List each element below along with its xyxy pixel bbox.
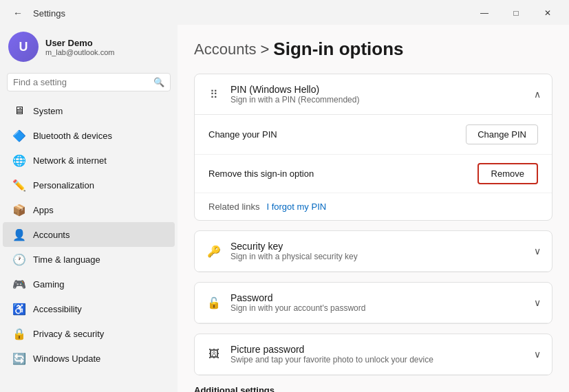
sidebar-item-label-accounts: Accounts (33, 230, 69, 240)
close-button[interactable]: ✕ (532, 3, 563, 23)
time-nav-icon: 🕐 (12, 252, 26, 266)
maximize-button[interactable]: □ (500, 3, 532, 23)
security-key-section: 🔑 Security key Sign in with a physical s… (194, 230, 552, 272)
remove-row: Remove this sign-in option Remove (195, 155, 552, 193)
sidebar-item-personalization[interactable]: ✏️ Personalization (3, 173, 175, 197)
sidebar-item-label-system: System (33, 106, 63, 116)
sidebar-item-privacy[interactable]: 🔒 Privacy & security (3, 321, 175, 346)
user-info: User Demo m_lab@outlook.com (45, 38, 114, 56)
change-pin-row: Change your PIN Change PIN (195, 115, 552, 155)
remove-button[interactable]: Remove (477, 163, 538, 184)
remove-label: Remove this sign-in option (208, 168, 314, 179)
security-key-left: 🔑 Security key Sign in with a physical s… (206, 241, 358, 261)
pin-section-subtitle: Sign in with a PIN (Recommended) (230, 95, 359, 105)
avatar: U (8, 32, 39, 62)
change-pin-button[interactable]: Change PIN (466, 124, 538, 144)
password-info: Password Sign in with your account's pas… (230, 292, 365, 313)
picture-password-title: Picture password (230, 344, 433, 355)
search-box[interactable]: 🔍 (7, 73, 171, 91)
pin-section-info: PIN (Windows Hello) Sign in with a PIN (… (230, 84, 359, 105)
security-key-chevron: ∨ (534, 246, 541, 257)
pin-chevron: ∧ (534, 89, 541, 100)
pin-icon: ⠿ (206, 86, 222, 102)
sidebar-item-network[interactable]: 🌐 Network & internet (3, 148, 175, 173)
sidebar-item-label-privacy: Privacy & security (33, 329, 104, 339)
sidebar-item-accounts[interactable]: 👤 Accounts (3, 222, 175, 247)
sidebar-item-system[interactable]: 🖥 System (3, 98, 175, 123)
sidebar-item-label-personalization: Personalization (33, 180, 94, 190)
password-chevron: ∨ (534, 297, 541, 308)
pin-section-title: PIN (Windows Hello) (230, 84, 359, 95)
titlebar-left: ← Settings (8, 3, 65, 23)
sidebar-item-gaming[interactable]: 🎮 Gaming (3, 272, 175, 296)
sidebar-item-label-apps: Apps (33, 205, 54, 215)
privacy-nav-icon: 🔒 (12, 327, 26, 340)
titlebar-title: Settings (33, 8, 65, 19)
sidebar-item-label-update: Windows Update (33, 353, 100, 364)
sidebar-item-accessibility[interactable]: ♿ Accessibility (3, 296, 175, 321)
bluetooth-nav-icon: 🔷 (12, 129, 26, 142)
sidebar-item-bluetooth[interactable]: 🔷 Bluetooth & devices (3, 123, 175, 148)
network-nav-icon: 🌐 (12, 153, 26, 167)
sidebar-item-label-gaming: Gaming (33, 279, 65, 290)
user-email: m_lab@outlook.com (45, 48, 114, 56)
page-title: Sign-in options (273, 39, 403, 60)
back-icon: ← (13, 8, 23, 19)
sidebar-item-label-accessibility: Accessibility (33, 304, 82, 314)
forgot-pin-link[interactable]: I forgot my PIN (266, 202, 326, 212)
nav-list: 🖥 System 🔷 Bluetooth & devices 🌐 Network… (0, 98, 178, 371)
password-title: Password (230, 292, 365, 303)
gaming-nav-icon: 🎮 (12, 277, 26, 291)
picture-password-left: 🖼 Picture password Swipe and tap your fa… (206, 344, 433, 364)
search-input[interactable] (13, 77, 149, 87)
password-section: 🔓 Password Sign in with your account's p… (194, 282, 552, 324)
user-profile: U User Demo m_lab@outlook.com (0, 25, 178, 73)
picture-password-section: 🖼 Picture password Swipe and tap your fa… (194, 334, 552, 375)
sidebar-item-label-bluetooth: Bluetooth & devices (33, 131, 112, 141)
additional-settings: Additional settings For improved securit… (194, 385, 552, 392)
sidebar-item-time[interactable]: 🕐 Time & language (3, 247, 175, 272)
pin-section-left: ⠿ PIN (Windows Hello) Sign in with a PIN… (206, 84, 359, 105)
sidebar-item-update[interactable]: 🔄 Windows Update (3, 346, 175, 371)
security-key-title: Security key (230, 241, 358, 252)
breadcrumb-link[interactable]: Accounts (194, 41, 257, 58)
security-key-subtitle: Sign in with a physical security key (230, 252, 358, 261)
page-header: Accounts > Sign-in options (194, 39, 552, 60)
sidebar: U User Demo m_lab@outlook.com 🔍 🖥 System… (0, 25, 178, 392)
related-links-row: Related links I forgot my PIN (195, 193, 552, 220)
password-icon: 🔓 (206, 294, 222, 311)
picture-password-header[interactable]: 🖼 Picture password Swipe and tap your fa… (195, 334, 552, 375)
system-nav-icon: 🖥 (12, 104, 26, 118)
breadcrumb-separator: > (261, 41, 270, 58)
pin-expanded-content: Change your PIN Change PIN Remove this s… (195, 115, 552, 220)
picture-password-subtitle: Swipe and tap your favorite photo to unl… (230, 355, 433, 364)
additional-settings-label: Additional settings (194, 385, 552, 392)
password-header[interactable]: 🔓 Password Sign in with your account's p… (195, 283, 552, 323)
security-key-header[interactable]: 🔑 Security key Sign in with a physical s… (195, 231, 552, 272)
password-subtitle: Sign in with your account's password (230, 303, 365, 313)
update-nav-icon: 🔄 (12, 351, 26, 365)
personalization-nav-icon: ✏️ (12, 178, 26, 192)
picture-password-chevron: ∨ (534, 349, 541, 360)
pin-section: ⠿ PIN (Windows Hello) Sign in with a PIN… (194, 74, 552, 221)
main-content: Accounts > Sign-in options ⠿ PIN (Window… (178, 25, 569, 392)
user-name: User Demo (45, 38, 114, 48)
accessibility-nav-icon: ♿ (12, 302, 26, 316)
titlebar: ← Settings — □ ✕ (0, 0, 569, 25)
pin-section-header[interactable]: ⠿ PIN (Windows Hello) Sign in with a PIN… (195, 74, 552, 115)
sidebar-item-label-network: Network & internet (33, 155, 107, 166)
back-button[interactable]: ← (8, 3, 28, 23)
security-key-info: Security key Sign in with a physical sec… (230, 241, 358, 261)
search-icon: 🔍 (153, 77, 164, 87)
security-key-icon: 🔑 (206, 243, 222, 259)
accounts-nav-icon: 👤 (12, 228, 26, 241)
password-left: 🔓 Password Sign in with your account's p… (206, 292, 365, 313)
sidebar-item-label-time: Time & language (33, 254, 100, 265)
picture-password-icon: 🖼 (206, 346, 222, 362)
titlebar-controls: — □ ✕ (469, 3, 563, 23)
apps-nav-icon: 📦 (12, 203, 26, 217)
picture-password-info: Picture password Swipe and tap your favo… (230, 344, 433, 364)
change-pin-label: Change your PIN (208, 129, 277, 140)
sidebar-item-apps[interactable]: 📦 Apps (3, 197, 175, 222)
minimize-button[interactable]: — (469, 3, 500, 23)
